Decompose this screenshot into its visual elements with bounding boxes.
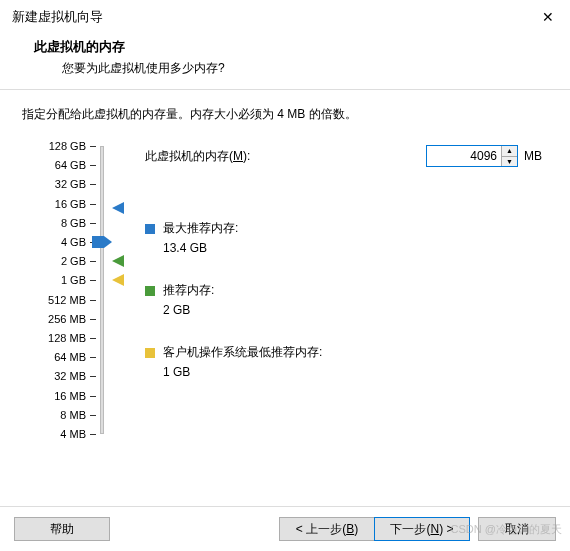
tick-label: 1 GB [26, 274, 86, 286]
tick-label: 2 GB [26, 255, 86, 267]
back-button[interactable]: < 上一步(B) [279, 517, 375, 541]
svg-marker-3 [112, 274, 124, 286]
legend-max: 最大推荐内存: 13.4 GB [145, 220, 238, 255]
slider-track[interactable] [100, 146, 104, 434]
slider-thumb[interactable] [92, 236, 112, 248]
page-subtitle: 您要为此虚拟机使用多少内存? [34, 56, 570, 77]
max-marker-icon [112, 202, 124, 214]
tick-label: 256 MB [26, 313, 86, 325]
tick-label: 32 MB [26, 370, 86, 382]
memory-input[interactable] [427, 146, 501, 166]
legend-min: 客户机操作系统最低推荐内存: 1 GB [145, 344, 322, 379]
svg-marker-1 [112, 202, 124, 214]
window-title: 新建虚拟机向导 [12, 8, 103, 26]
help-button[interactable]: 帮助 [14, 517, 110, 541]
memory-unit: MB [524, 149, 542, 163]
cancel-button[interactable]: 取消 [478, 517, 556, 541]
memory-label: 此虚拟机的内存(M): [145, 148, 250, 165]
close-icon[interactable]: ✕ [538, 9, 558, 25]
square-blue-icon [145, 224, 155, 234]
memory-slider[interactable]: 128 GB64 GB32 GB16 GB8 GB4 GB2 GB1 GB512… [20, 146, 140, 456]
square-green-icon [145, 286, 155, 296]
rec-marker-icon [112, 255, 124, 267]
square-yellow-icon [145, 348, 155, 358]
svg-marker-0 [92, 236, 112, 248]
tick-label: 64 GB [26, 159, 86, 171]
tick-label: 4 GB [26, 236, 86, 248]
spin-down-icon[interactable]: ▼ [502, 157, 517, 167]
tick-label: 16 MB [26, 390, 86, 402]
tick-label: 64 MB [26, 351, 86, 363]
tick-label: 8 MB [26, 409, 86, 421]
memory-spinbox[interactable]: ▲ ▼ [426, 145, 518, 167]
tick-label: 128 MB [26, 332, 86, 344]
tick-label: 16 GB [26, 198, 86, 210]
next-button[interactable]: 下一步(N) > [374, 517, 470, 541]
min-marker-icon [112, 274, 124, 286]
page-title: 此虚拟机的内存 [34, 38, 570, 56]
tick-label: 4 MB [26, 428, 86, 440]
tick-label: 8 GB [26, 217, 86, 229]
legend-rec: 推荐内存: 2 GB [145, 282, 214, 317]
tick-label: 512 MB [26, 294, 86, 306]
tick-label: 32 GB [26, 178, 86, 190]
instruction-text: 指定分配给此虚拟机的内存量。内存大小必须为 4 MB 的倍数。 [22, 106, 548, 123]
svg-marker-2 [112, 255, 124, 267]
spin-up-icon[interactable]: ▲ [502, 146, 517, 157]
tick-label: 128 GB [26, 140, 86, 152]
